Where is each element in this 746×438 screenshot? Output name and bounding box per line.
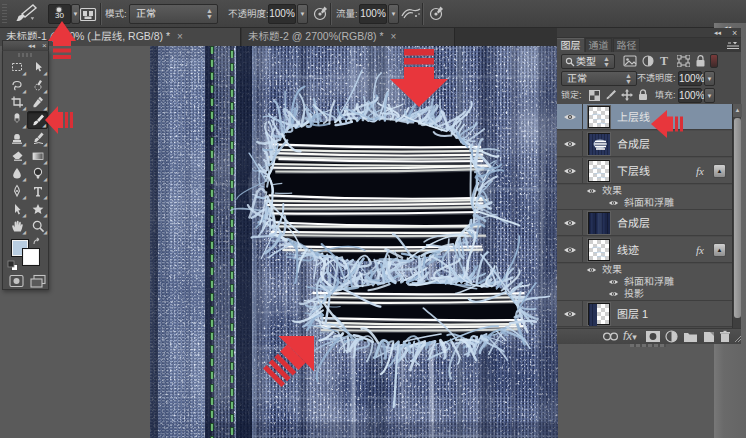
collapse-effects-icon[interactable]: ▲	[713, 243, 726, 257]
layer-name[interactable]: 合成层	[617, 210, 650, 236]
panel-resize-grip[interactable]	[734, 335, 742, 343]
lock-all-icon[interactable]	[638, 89, 648, 101]
filter-toggle-switch[interactable]	[710, 54, 718, 68]
blend-mode-dropdown[interactable]: 正常 ▲▼	[561, 71, 637, 86]
scrollbar-thumb[interactable]	[734, 118, 741, 318]
layer-row-1[interactable]: 上层线	[557, 104, 732, 130]
toggle-brush-panel-button[interactable]	[78, 4, 100, 24]
layer-row-5[interactable]: 线迹fx▲	[557, 237, 732, 263]
layer-visibility-toggle[interactable]	[557, 158, 583, 184]
layers-panel-group-header[interactable]: ◂◂ ×	[557, 28, 741, 38]
tool-dodge[interactable]: ◢	[27, 164, 48, 182]
close-panel-icon[interactable]: ×	[42, 41, 47, 50]
toolbox-grip[interactable]	[18, 53, 34, 57]
effect-row[interactable]: 投影	[557, 288, 732, 300]
layer-visibility-toggle[interactable]	[557, 237, 583, 263]
tool-clone-stamp[interactable]: ◢	[6, 129, 27, 147]
tab-channels[interactable]: 通道	[585, 38, 612, 52]
tool-crop[interactable]: ◢	[6, 93, 27, 111]
effect-visibility-toggle[interactable]	[608, 290, 619, 298]
swap-colors-icon[interactable]	[32, 237, 43, 248]
collapse-panel-icon[interactable]: ◂◂	[714, 29, 721, 37]
tool-lasso[interactable]: ◢	[6, 76, 27, 94]
layer-style-icon[interactable]: fx▾	[623, 329, 637, 344]
effects-header-row[interactable]: 效果	[557, 264, 732, 276]
opacity-dropdown-button[interactable]: ▼	[704, 71, 715, 86]
layer-row-4[interactable]: 合成层	[557, 210, 732, 236]
layer-visibility-toggle[interactable]	[557, 301, 583, 327]
link-layers-icon[interactable]	[602, 330, 619, 343]
tool-path-selection[interactable]: ◢	[6, 200, 27, 218]
visibility-eye-icon[interactable]	[563, 139, 577, 149]
lock-pixels-icon[interactable]	[605, 89, 617, 101]
collapse-panel-icon[interactable]: ◂◂	[28, 41, 35, 50]
tool-zoom[interactable]: ◢	[27, 217, 48, 235]
effects-header-row[interactable]: 效果	[557, 185, 732, 197]
tool-gradient[interactable]: ◢	[27, 147, 48, 165]
layer-name[interactable]: 图层 1	[617, 301, 648, 327]
visibility-eye-icon[interactable]	[563, 245, 577, 255]
mode-dropdown[interactable]: 正常 ▲▼	[129, 4, 218, 24]
layer-name[interactable]: 下层线	[617, 158, 650, 184]
layer-name[interactable]: 线迹	[617, 237, 639, 263]
filter-type-layers-icon[interactable]: T	[660, 54, 672, 67]
lock-transparency-icon[interactable]	[589, 90, 600, 101]
visibility-eye-icon[interactable]	[586, 187, 597, 195]
lock-position-icon[interactable]	[621, 89, 633, 101]
panel-drag-handle[interactable]	[630, 344, 666, 347]
tab-paths[interactable]: 路径	[613, 38, 640, 52]
opacity-value[interactable]: 100%	[268, 4, 296, 24]
new-group-icon[interactable]	[683, 330, 698, 343]
effect-row[interactable]: 斜面和浮雕	[557, 276, 732, 288]
close-panel-icon[interactable]: ×	[732, 28, 737, 38]
visibility-eye-icon[interactable]	[563, 166, 577, 176]
toolbox-header[interactable]: ◂◂ ×	[2, 40, 49, 50]
effect-visibility-toggle[interactable]	[608, 199, 619, 207]
effects-visibility-toggle[interactable]	[586, 266, 597, 274]
tool-rectangular-marquee[interactable]: ◢	[6, 58, 27, 76]
brush-preset-picker[interactable]: 30	[48, 4, 71, 24]
filter-smart-objects-icon[interactable]	[695, 55, 706, 68]
kind-filter-dropdown[interactable]: 类型 ▲▼	[561, 54, 615, 69]
opacity-pressure-button[interactable]	[312, 5, 329, 22]
fill-value[interactable]: 100%	[678, 88, 702, 103]
add-mask-icon[interactable]	[645, 330, 661, 343]
tool-pen[interactable]: ◢	[6, 182, 27, 200]
brush-tool-preset-icon[interactable]	[13, 3, 39, 25]
screen-mode-icon[interactable]	[30, 274, 46, 288]
effect-visibility-toggle[interactable]	[608, 278, 619, 286]
tool-eyedropper[interactable]: ◢	[27, 93, 48, 111]
tool-history-brush[interactable]: ◢	[27, 129, 48, 147]
flow-dropdown-button[interactable]: ▼	[388, 4, 399, 24]
layers-scrollbar[interactable]: ▲	[732, 104, 741, 328]
document-canvas[interactable]	[150, 46, 558, 438]
panel-menu-icon[interactable]	[727, 41, 739, 50]
panel-opacity-value[interactable]: 100%	[678, 71, 702, 86]
tool-blur[interactable]: ◢	[6, 164, 27, 182]
tool-brush[interactable]: ◢	[27, 111, 48, 129]
opacity-dropdown-button[interactable]: ▼	[297, 4, 308, 24]
new-adjustment-layer-icon[interactable]	[665, 330, 679, 343]
layer-thumbnail[interactable]	[588, 303, 610, 325]
background-color-swatch[interactable]	[22, 248, 40, 266]
visibility-eye-icon[interactable]	[586, 266, 597, 274]
effect-row[interactable]: 斜面和浮雕	[557, 197, 732, 209]
tool-move[interactable]: ◢	[27, 58, 48, 76]
visibility-eye-icon[interactable]	[563, 112, 577, 122]
visibility-eye-icon[interactable]	[563, 218, 577, 228]
new-layer-icon[interactable]	[702, 330, 716, 343]
effects-visibility-toggle[interactable]	[586, 187, 597, 195]
layer-row-2[interactable]: 合成层	[557, 131, 732, 157]
tool-hand[interactable]: ◢	[6, 217, 27, 235]
visibility-eye-icon[interactable]	[563, 309, 577, 319]
flow-value[interactable]: 100%	[359, 4, 387, 24]
tool-custom-shape[interactable]: ◢	[27, 200, 48, 218]
tab-layers[interactable]: 图层	[557, 38, 584, 52]
visibility-eye-icon[interactable]	[608, 290, 619, 298]
options-bar-grip[interactable]	[2, 4, 7, 24]
fill-dropdown-button[interactable]: ▼	[704, 88, 715, 103]
visibility-eye-icon[interactable]	[608, 199, 619, 207]
quick-mask-icon[interactable]	[9, 274, 25, 288]
layer-thumbnail[interactable]	[588, 106, 610, 128]
visibility-eye-icon[interactable]	[608, 278, 619, 286]
